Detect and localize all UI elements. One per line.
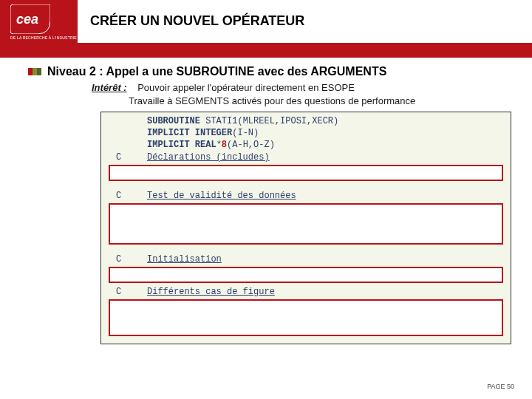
code-line: IMPLICIT INTEGER(I-N) <box>101 127 511 139</box>
page-title: CRÉER UN NOUVEL OPÉRATEUR <box>90 13 304 29</box>
section-heading-row: Niveau 2 : Appel a une SUBROUTINE avec d… <box>28 65 522 78</box>
code-comment-line: CTest de validité des données <box>101 190 511 202</box>
cea-logo-mark: cea <box>10 4 50 34</box>
code-comment-line: CDifférents cas de figure <box>101 286 511 298</box>
interest-line1: Pouvoir appeler l'opérateur directement … <box>137 82 355 93</box>
bullet-icon <box>28 68 41 75</box>
code-line: IMPLICIT REAL*8(A-H,O-Z) <box>101 139 511 151</box>
redacted-block <box>109 299 503 336</box>
code-line: SUBROUTINE STATI1(MLREEL,IPOSI,XECR) <box>101 115 511 127</box>
header-red-strip <box>0 43 532 58</box>
content-area: Niveau 2 : Appel a une SUBROUTINE avec d… <box>0 58 532 344</box>
code-comment-line: CDéclarations (includes) <box>101 151 511 163</box>
interest-block: Intérêt : Pouvoir appeler l'opérateur di… <box>92 81 522 107</box>
interest-label: Intérêt : <box>92 82 127 93</box>
redacted-block <box>109 165 503 181</box>
header-bar: cea DE LA RECHERCHE À L'INDUSTRIE CRÉER … <box>0 0 532 43</box>
cea-logo: cea DE LA RECHERCHE À L'INDUSTRIE <box>10 4 77 40</box>
svg-text:cea: cea <box>16 12 38 27</box>
redacted-block <box>109 267 503 283</box>
code-box: SUBROUTINE STATI1(MLREEL,IPOSI,XECR) IMP… <box>100 112 511 344</box>
code-comment-line: CInitialisation <box>101 253 511 265</box>
redacted-block <box>109 203 503 245</box>
interest-line2: Travaille à SEGMENTS activés pour des qu… <box>129 95 522 108</box>
logo-caption: DE LA RECHERCHE À L'INDUSTRIE <box>10 35 77 40</box>
page-number: PAGE 50 <box>487 383 514 390</box>
section-heading: Niveau 2 : Appel a une SUBROUTINE avec d… <box>47 65 386 78</box>
